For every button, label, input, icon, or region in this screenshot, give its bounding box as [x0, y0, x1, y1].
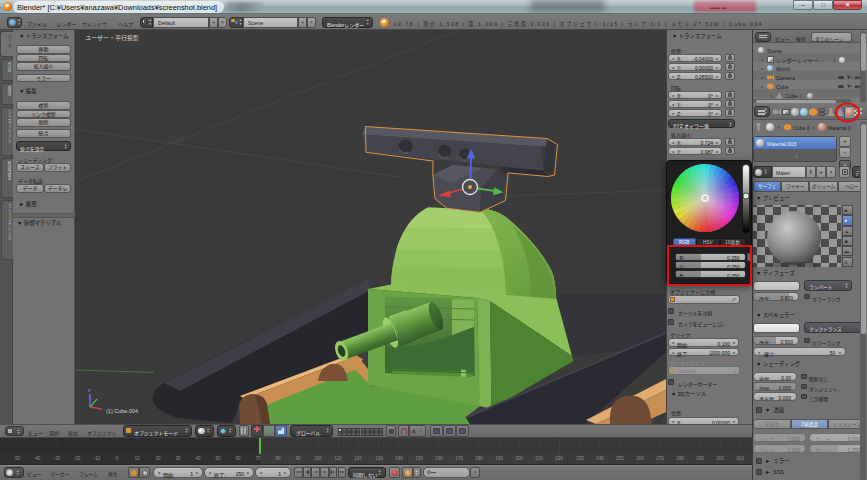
svg-text:ユーザー・平行投影: ユーザー・平行投影	[85, 34, 139, 42]
svg-text:(1) Cube.004: (1) Cube.004	[106, 408, 138, 414]
